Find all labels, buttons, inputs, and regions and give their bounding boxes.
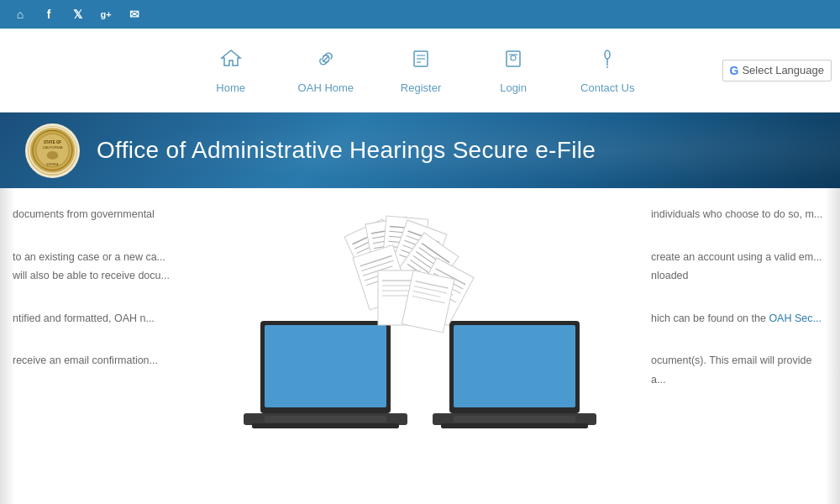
contact-label: Contact Us — [580, 81, 634, 94]
login-icon — [501, 47, 525, 76]
oah-home-label: OAH Home — [298, 81, 354, 94]
nav-oah-home[interactable]: OAH Home — [298, 47, 354, 94]
svg-rect-26 — [454, 416, 575, 423]
left-text-panel: documents from governmental to an existi… — [0, 188, 202, 504]
facebook-icon[interactable]: f — [40, 6, 57, 23]
main-content: documents from governmental to an existi… — [0, 188, 840, 504]
googleplus-icon[interactable]: g+ — [97, 6, 114, 23]
svg-text:CALIFORNIA: CALIFORNIA — [43, 145, 63, 150]
link-icon — [314, 47, 338, 76]
right-text-1: individuals who choose to do so, m... — [651, 205, 827, 224]
svg-point-9 — [606, 66, 608, 68]
header-banner: STATE OF CALIFORNIA EUREKA Office of Adm… — [0, 113, 840, 188]
language-selector[interactable]: G Select Language — [722, 60, 832, 81]
nav-home[interactable]: Home — [206, 47, 256, 94]
language-label: Select Language — [742, 64, 824, 76]
right-text-2: create an account using a valid em...nlo… — [651, 248, 827, 286]
left-text-2: to an existing case or a new ca...will a… — [13, 248, 189, 286]
svg-point-7 — [605, 50, 610, 59]
twitter-icon[interactable]: 𝕏 — [69, 6, 86, 23]
svg-point-15 — [47, 151, 59, 160]
nav-register[interactable]: Register — [396, 47, 446, 94]
svg-rect-4 — [507, 51, 520, 66]
left-text-1: documents from governmental — [13, 205, 189, 224]
nav-contact[interactable]: Contact Us — [580, 47, 634, 94]
svg-rect-20 — [252, 423, 399, 428]
home-label: Home — [216, 81, 245, 94]
nav-bar: Home OAH Home Register — [0, 29, 840, 113]
right-text-4: ocument(s). This email will provide a... — [651, 351, 827, 389]
email-icon[interactable]: ✉ — [126, 6, 143, 23]
right-text-3: hich can be found on the OAH Sec... — [651, 309, 827, 328]
svg-rect-25 — [441, 423, 588, 428]
nav-items: Home OAH Home Register — [206, 47, 635, 94]
nav-login[interactable]: Login — [488, 47, 538, 94]
social-bar: ⌂ f 𝕏 g+ ✉ — [0, 0, 840, 29]
home-nav-icon — [219, 47, 243, 76]
login-label: Login — [500, 81, 527, 94]
left-text-4: receive an email confirmation... — [13, 351, 189, 370]
svg-rect-18 — [265, 325, 386, 407]
svg-text:STATE OF: STATE OF — [44, 140, 61, 144]
svg-text:EUREKA: EUREKA — [46, 163, 59, 166]
contact-icon — [596, 47, 619, 76]
oah-link[interactable]: OAH Sec... — [769, 312, 822, 324]
svg-point-5 — [511, 55, 516, 60]
google-g-icon: G — [730, 64, 739, 77]
home-icon: ⌂ — [12, 6, 29, 23]
left-text-3: ntified and formatted, OAH n... — [13, 309, 189, 328]
svg-rect-23 — [454, 325, 575, 407]
banner-title: Office of Administrative Hearings Secure… — [97, 137, 596, 164]
register-icon — [409, 47, 433, 76]
svg-rect-21 — [265, 416, 386, 423]
laptops-illustration — [210, 212, 630, 480]
state-seal: STATE OF CALIFORNIA EUREKA — [25, 123, 80, 178]
register-label: Register — [401, 81, 441, 94]
right-text-panel: individuals who choose to do so, m... cr… — [638, 188, 840, 504]
